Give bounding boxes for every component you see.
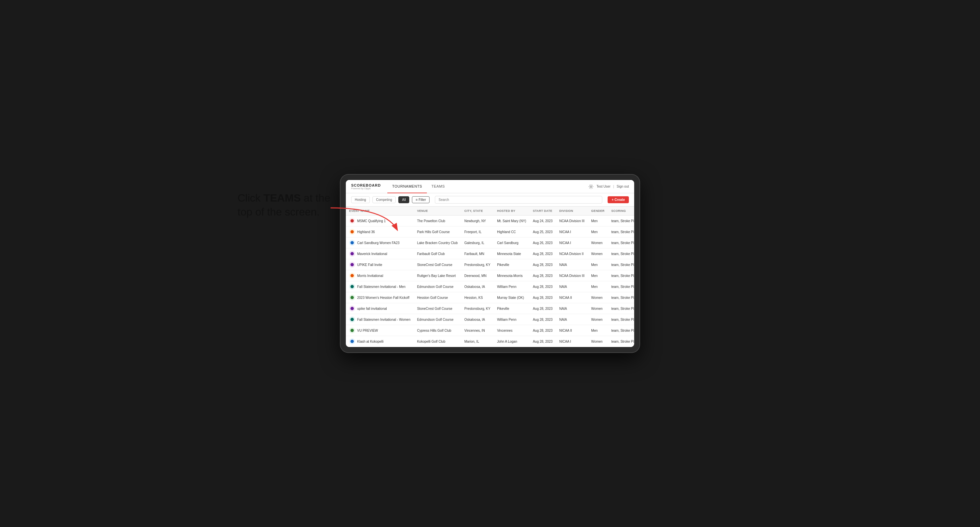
cell-start-date: Aug 28, 2023: [530, 270, 556, 281]
cell-division: NICAA II: [556, 325, 588, 336]
cell-city-state: Freeport, IL: [461, 227, 494, 237]
tablet-device: SCOREBOARD Powered by Clippit TOURNAMENT…: [340, 175, 640, 352]
svg-point-11: [350, 318, 354, 321]
cell-division: NCAA Division II: [556, 248, 588, 259]
cell-scoring: team, Stroke Play: [608, 237, 634, 248]
event-icon: [349, 295, 355, 300]
cell-scoring: team, Stroke Play: [608, 270, 634, 281]
event-name-text: Klash at Kokopelli: [357, 340, 384, 343]
table-row: Morris Invitational Ruttger's Bay Lake R…: [346, 270, 634, 281]
main-nav: TOURNAMENTS TEAMS: [387, 180, 588, 193]
cell-scoring: team, Stroke Play: [608, 281, 634, 292]
cell-hosted-by: Mt. Saint Mary (NY): [494, 216, 530, 227]
create-button[interactable]: + Create: [608, 196, 629, 203]
cell-event-name: 2023 Women's Hesston Fall Kickoff: [346, 292, 414, 303]
cell-division: NICAA I: [556, 336, 588, 347]
svg-point-6: [350, 263, 354, 266]
table-row: UPIKE Fall Invite StoneCrest Golf Course…: [346, 259, 634, 270]
cell-start-date: Aug 28, 2023: [530, 325, 556, 336]
cell-hosted-by: Pikeville: [494, 303, 530, 314]
nav-teams[interactable]: TEAMS: [427, 180, 449, 193]
cell-city-state: Faribault, MN: [461, 248, 494, 259]
cell-hosted-by: Murray State (OK): [494, 292, 530, 303]
filter-button[interactable]: ≡ Filter: [412, 196, 430, 203]
nav-tournaments[interactable]: TOURNAMENTS: [387, 180, 426, 193]
event-name-text: 2023 Women's Hesston Fall Kickoff: [357, 296, 409, 300]
all-filter[interactable]: All: [398, 196, 409, 203]
cell-start-date: Aug 26, 2023: [530, 237, 556, 248]
svg-point-10: [350, 307, 354, 310]
svg-point-1: [590, 186, 592, 187]
cell-start-date: Aug 28, 2023: [530, 259, 556, 270]
hosting-filter[interactable]: Hosting: [351, 196, 370, 203]
cell-city-state: Oskaloosa, IA: [461, 281, 494, 292]
search-input[interactable]: [435, 196, 602, 203]
event-name-text: Morris Invitational: [357, 274, 383, 278]
col-division: DIVISION: [556, 206, 588, 216]
cell-gender: Men: [588, 281, 608, 292]
cell-gender: Men: [588, 216, 608, 227]
cell-hosted-by: Minnesota-Morris: [494, 270, 530, 281]
svg-point-12: [350, 329, 354, 332]
cell-start-date: Aug 28, 2023: [530, 292, 556, 303]
sign-out-link[interactable]: Sign out: [617, 185, 629, 188]
event-name-text: Carl Sandburg Women FA23: [357, 241, 399, 245]
cell-city-state: Vincennes, IN: [461, 325, 494, 336]
app-logo: SCOREBOARD Powered by Clippit: [351, 183, 381, 190]
event-name-text: upike fall invitational: [357, 307, 387, 311]
cell-division: NAIA: [556, 303, 588, 314]
arrow-indicator: [327, 205, 400, 235]
cell-gender: Men: [588, 259, 608, 270]
event-name-text: VU PREVIEW: [357, 329, 378, 332]
event-icon: [349, 316, 355, 322]
cell-venue: Kokopelli Golf Club: [414, 336, 461, 347]
settings-icon[interactable]: [588, 184, 593, 189]
cell-scoring: team, Stroke Play: [608, 259, 634, 270]
cell-start-date: Aug 25, 2023: [530, 227, 556, 237]
col-scoring: SCORING: [608, 206, 634, 216]
svg-point-4: [350, 241, 354, 244]
event-icon: [349, 284, 355, 290]
cell-scoring: team, Stroke Play: [608, 325, 634, 336]
table-row: 2023 Women's Hesston Fall Kickoff Hessto…: [346, 292, 634, 303]
cell-gender: Women: [588, 237, 608, 248]
cell-gender: Women: [588, 292, 608, 303]
table-row: Fall Statesmen Invitational - Women Edmu…: [346, 314, 634, 325]
col-city-state: CITY, STATE: [461, 206, 494, 216]
cell-city-state: Prestonsburg, KY: [461, 259, 494, 270]
cell-venue: The Powelton Club: [414, 216, 461, 227]
cell-city-state: Newburgh, NY: [461, 216, 494, 227]
col-hosted-by: HOSTED BY: [494, 206, 530, 216]
cell-division: NICAA I: [556, 227, 588, 237]
table-row: Fall Statesmen Invitational - Men Edmund…: [346, 281, 634, 292]
table-row: Maverick Invitational Faribault Golf Clu…: [346, 248, 634, 259]
event-icon: [349, 338, 355, 344]
cell-division: NCAA Division III: [556, 270, 588, 281]
table-row: Carl Sandburg Women FA23 Lake Bracken Co…: [346, 237, 634, 248]
svg-point-9: [350, 296, 354, 299]
cell-venue: Edmundson Golf Course: [414, 314, 461, 325]
event-icon: [349, 262, 355, 268]
cell-event-name: Fall Statesmen Invitational - Women: [346, 314, 414, 325]
cell-event-name: Morris Invitational: [346, 270, 414, 281]
svg-point-13: [350, 340, 354, 343]
cell-gender: Men: [588, 227, 608, 237]
cell-venue: Faribault Golf Club: [414, 248, 461, 259]
cell-city-state: Prestonsburg, KY: [461, 303, 494, 314]
table-row: VU PREVIEW Cypress Hills Golf Club Vince…: [346, 325, 634, 336]
cell-scoring: team, Stroke Play: [608, 227, 634, 237]
competing-filter[interactable]: Competing: [372, 196, 396, 203]
event-name-text: Fall Statesmen Invitational - Men: [357, 285, 406, 289]
cell-hosted-by: Minnesota State: [494, 248, 530, 259]
cell-scoring: team, Stroke Play: [608, 248, 634, 259]
cell-division: NAIA: [556, 259, 588, 270]
svg-point-5: [350, 252, 354, 256]
event-name-text: Maverick Invitational: [357, 252, 387, 256]
cell-gender: Women: [588, 336, 608, 347]
cell-hosted-by: Highland CC: [494, 227, 530, 237]
table-row: upike fall invitational StoneCrest Golf …: [346, 303, 634, 314]
cell-event-name: UPIKE Fall Invite: [346, 259, 414, 270]
cell-city-state: Deerwood, MN: [461, 270, 494, 281]
cell-scoring: team, Stroke Play: [608, 216, 634, 227]
cell-venue: Edmundson Golf Course: [414, 281, 461, 292]
